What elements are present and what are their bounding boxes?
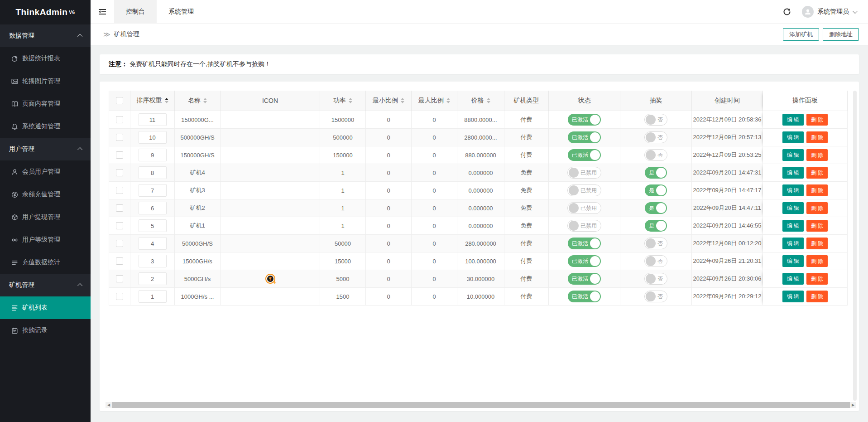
sort-carets-icon[interactable]: [165, 98, 168, 103]
sidebar-item-用户等级管理[interactable]: 用户等级管理: [0, 228, 91, 251]
row-checkbox[interactable]: [116, 222, 123, 229]
lottery-toggle[interactable]: 否: [644, 114, 667, 126]
sidebar-section-1[interactable]: 用户管理: [0, 138, 91, 160]
weight-input[interactable]: [139, 166, 167, 179]
sidebar-item-用户提现管理[interactable]: 用户提现管理: [0, 206, 91, 228]
row-checkbox[interactable]: [116, 187, 123, 194]
weight-input[interactable]: [139, 255, 167, 267]
status-toggle[interactable]: 已激活: [568, 149, 601, 161]
column-header-4[interactable]: 功率: [320, 91, 366, 111]
status-toggle[interactable]: 已激活: [568, 273, 601, 285]
sidebar-section-0[interactable]: 数据管理: [0, 24, 91, 47]
delete-button[interactable]: 删除: [806, 184, 828, 196]
delete-button[interactable]: 删除: [806, 273, 828, 285]
row-checkbox[interactable]: [116, 293, 123, 300]
status-toggle[interactable]: 已禁用: [567, 167, 601, 179]
status-toggle[interactable]: 已激活: [568, 131, 601, 143]
status-toggle[interactable]: 已禁用: [567, 220, 601, 232]
status-toggle[interactable]: 已禁用: [567, 184, 601, 196]
tab-system-management[interactable]: 系统管理: [157, 0, 206, 23]
weight-input[interactable]: [139, 113, 167, 126]
lottery-toggle[interactable]: 否: [644, 273, 667, 285]
scroll-left-icon[interactable]: ◀: [106, 402, 112, 408]
delete-button[interactable]: 删除: [806, 291, 828, 302]
lottery-toggle[interactable]: 否: [644, 149, 667, 161]
delete-button[interactable]: 删除: [806, 149, 828, 161]
delete-button[interactable]: 删除: [806, 131, 828, 143]
sidebar-item-矿机列表[interactable]: 矿机列表: [0, 296, 91, 319]
lottery-toggle[interactable]: 否: [644, 255, 667, 267]
sidebar-item-充值数据统计[interactable]: 充值数据统计: [0, 251, 91, 274]
weight-input[interactable]: [139, 202, 167, 214]
weight-input[interactable]: [139, 272, 167, 285]
row-checkbox[interactable]: [116, 240, 123, 247]
sort-carets-icon[interactable]: [446, 98, 450, 103]
edit-button[interactable]: 编辑: [782, 255, 804, 267]
column-header-2[interactable]: 名称: [175, 91, 221, 111]
weight-input[interactable]: [139, 219, 167, 232]
column-header-1[interactable]: 排序权重: [130, 91, 175, 111]
status-toggle[interactable]: 已激活: [568, 114, 601, 126]
delete-address-button[interactable]: 删除地址: [823, 28, 859, 41]
edit-button[interactable]: 编辑: [782, 220, 804, 232]
delete-button[interactable]: 删除: [806, 238, 828, 249]
column-header-7[interactable]: 价格: [457, 91, 504, 111]
status-toggle[interactable]: 已激活: [568, 238, 601, 249]
row-checkbox[interactable]: [116, 134, 123, 141]
edit-button[interactable]: 编辑: [782, 149, 804, 161]
edit-button[interactable]: 编辑: [782, 202, 804, 214]
delete-button[interactable]: 删除: [806, 167, 828, 179]
sort-carets-icon[interactable]: [349, 98, 352, 103]
sidebar-item-页面内容管理[interactable]: 页面内容管理: [0, 92, 91, 115]
weight-input[interactable]: [139, 131, 167, 144]
row-checkbox[interactable]: [116, 169, 123, 176]
delete-button[interactable]: 删除: [806, 114, 828, 126]
status-toggle[interactable]: 已激活: [568, 255, 601, 267]
sort-carets-icon[interactable]: [401, 98, 404, 103]
edit-button[interactable]: 编辑: [782, 273, 804, 285]
edit-button[interactable]: 编辑: [782, 291, 804, 302]
status-toggle[interactable]: 已激活: [568, 291, 601, 302]
lottery-toggle[interactable]: 是: [645, 202, 667, 214]
weight-input[interactable]: [139, 149, 167, 161]
delete-button[interactable]: 删除: [806, 220, 828, 232]
sidebar-collapse-icon[interactable]: [91, 0, 114, 23]
lottery-toggle[interactable]: 否: [644, 131, 667, 143]
sidebar-item-系统通知管理[interactable]: 系统通知管理: [0, 115, 91, 138]
tab-console[interactable]: 控制台: [114, 0, 157, 23]
column-header-5[interactable]: 最小比例: [366, 91, 412, 111]
edit-button[interactable]: 编辑: [782, 167, 804, 179]
lottery-toggle[interactable]: 是: [645, 220, 667, 232]
refresh-icon[interactable]: [782, 7, 792, 17]
row-checkbox[interactable]: [116, 204, 123, 212]
sidebar-item-抢购记录[interactable]: 抢购记录: [0, 319, 91, 342]
scroll-right-icon[interactable]: ▶: [850, 402, 856, 408]
weight-input[interactable]: [139, 184, 167, 197]
lottery-toggle[interactable]: 是: [645, 167, 667, 179]
row-checkbox[interactable]: [116, 151, 123, 159]
row-checkbox[interactable]: [116, 275, 123, 282]
status-toggle[interactable]: 已禁用: [567, 202, 601, 214]
edit-button[interactable]: 编辑: [782, 238, 804, 249]
column-header-6[interactable]: 最大比例: [412, 91, 457, 111]
weight-input[interactable]: [139, 237, 167, 250]
user-menu[interactable]: 系统管理员: [802, 6, 856, 18]
row-checkbox[interactable]: [116, 116, 123, 123]
sort-carets-icon[interactable]: [203, 98, 207, 103]
edit-button[interactable]: 编辑: [782, 184, 804, 196]
edit-button[interactable]: 编辑: [782, 114, 804, 126]
sidebar-item-余额充值管理[interactable]: 余额充值管理: [0, 183, 91, 206]
sidebar-item-轮播图片管理[interactable]: 轮播图片管理: [0, 70, 91, 92]
lottery-toggle[interactable]: 是: [645, 184, 667, 196]
delete-button[interactable]: 删除: [806, 202, 828, 214]
edit-button[interactable]: 编辑: [782, 131, 804, 143]
row-checkbox[interactable]: [116, 257, 123, 265]
vertical-scrollbar[interactable]: [853, 91, 857, 401]
horizontal-scrollbar-thumb[interactable]: [112, 402, 850, 408]
sidebar-item-数据统计报表[interactable]: 数据统计报表: [0, 47, 91, 70]
sort-carets-icon[interactable]: [487, 98, 490, 103]
lottery-toggle[interactable]: 否: [644, 291, 667, 302]
weight-input[interactable]: [139, 290, 167, 303]
lottery-toggle[interactable]: 否: [644, 238, 667, 249]
add-miner-button[interactable]: 添加矿机: [783, 28, 819, 41]
